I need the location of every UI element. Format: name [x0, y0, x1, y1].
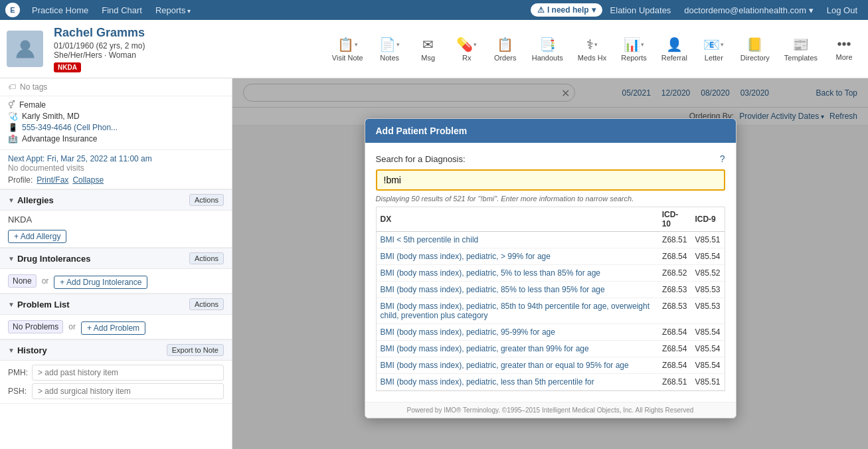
visit-note-label: Visit Note [332, 54, 363, 62]
table-row[interactable]: BMI < 5th percentile in child Z68.51 V85… [377, 232, 725, 248]
orders-label: Orders [494, 54, 517, 62]
referral-label: Referral [661, 54, 687, 62]
result-dx-7: BMI (body mass index), pediatric, greate… [377, 357, 658, 374]
toolbar-handouts[interactable]: 📑 Handouts [527, 34, 568, 64]
tag-icon: 🏷 [8, 82, 16, 92]
reports-arrow: ▾ [641, 41, 644, 48]
top-nav-right: ⚠ I need help ▾ Elation Updates doctorde… [531, 3, 863, 18]
drug-intolerances-content: None or + Add Drug Intolerance [0, 269, 232, 293]
print-fax-link[interactable]: Print/Fax [37, 175, 68, 185]
patient-name: Rachel Gramms [54, 26, 316, 40]
col-icd10: ICD-10 [658, 207, 691, 232]
result-dx-5: BMI (body mass index), pediatric, 95-99%… [377, 324, 658, 341]
modal-header: Add Patient Problem [365, 119, 736, 143]
sidebar-patient-details: ⚥ Female 🩺 Karly Smith, MD 📱 555-349-464… [0, 96, 232, 150]
drug-intolerances-title: ▼ Drug Intolerances [8, 254, 90, 264]
export-to-note-btn[interactable]: Export to Note [167, 344, 224, 356]
result-icd9-8: V85.51 [691, 374, 724, 391]
sidebar-tags: 🏷 No tags [0, 78, 232, 96]
toolbar-templates[interactable]: 📰 Templates [779, 34, 823, 64]
toolbar-referral[interactable]: 👤 Referral [656, 34, 693, 64]
table-row[interactable]: BMI (body mass index), pediatric, > 99% … [377, 248, 725, 265]
templates-icon: 📰 [792, 37, 809, 52]
allergies-chevron[interactable]: ▼ [8, 197, 15, 204]
patient-info: Rachel Gramms 01/01/1960 (62 yrs, 2 mo) … [54, 26, 316, 72]
pmh-input[interactable] [32, 365, 224, 381]
table-row[interactable]: BMI (body mass index), pediatric, 85th t… [377, 298, 725, 324]
drug-intolerances-actions-btn[interactable]: Actions [189, 252, 224, 264]
table-row[interactable]: BMI (body mass index), pediatric, greate… [377, 357, 725, 374]
sidebar-allergies: ▼ Allergies Actions NKDA + Add Allergy [0, 189, 232, 248]
content-area: ✕ 05/2021 12/2020 08/2020 03/2020 Back t… [232, 78, 868, 449]
toolbar-visit-note[interactable]: 📋 ▾ Visit Note [327, 34, 369, 64]
add-problem-btn[interactable]: + Add Problem [81, 321, 145, 335]
table-row[interactable]: BMI (body mass index), pediatric, 85% to… [377, 282, 725, 298]
problem-list-chevron[interactable]: ▼ [8, 301, 15, 308]
nav-practice-home[interactable]: Practice Home [27, 3, 94, 18]
detail-provider: Karly Smith, MD [22, 112, 80, 121]
nav-elation-updates[interactable]: Elation Updates [605, 3, 677, 18]
ineed-help-button[interactable]: ⚠ I need help ▾ [531, 3, 602, 17]
modal-footer: Powered by IMO® Terminology. ©1995–2015 … [365, 402, 736, 418]
msg-icon: ✉ [422, 37, 434, 52]
nav-user-email[interactable]: doctordemo@elationhealth.com ▾ [679, 3, 818, 18]
result-icd9-6: V85.54 [691, 341, 724, 357]
detail-phone[interactable]: 555-349-4646 (Cell Phon... [22, 123, 118, 132]
help-icon[interactable]: ? [720, 153, 725, 164]
toolbar-rx[interactable]: 💊 ▾ Rx [450, 34, 484, 64]
nav-reports[interactable]: Reports [150, 3, 196, 18]
toolbar-reports[interactable]: 📊 ▾ Reports [616, 34, 652, 64]
col-dx: DX [377, 207, 658, 232]
svg-point-0 [20, 40, 30, 50]
modal-title: Add Patient Problem [376, 126, 468, 136]
notes-icon: 📄 [379, 37, 396, 52]
psh-input[interactable] [32, 383, 224, 399]
result-icd10-6: Z68.54 [658, 341, 691, 357]
sidebar-problem-list: ▼ Problem List Actions No Problems or + … [0, 294, 232, 339]
toolbar-directory[interactable]: 📒 Directory [735, 34, 775, 64]
table-row[interactable]: BMI (body mass index), pediatric, less t… [377, 374, 725, 391]
add-drug-intolerance-btn[interactable]: + Add Drug Intolerance [54, 276, 147, 289]
result-icd9-5: V85.54 [691, 324, 724, 341]
orders-icon: 📋 [497, 37, 513, 52]
modal-overlay: Add Patient Problem Search for a Diagnos… [232, 78, 868, 449]
history-chevron[interactable]: ▼ [8, 347, 15, 354]
referral-icon: 👤 [666, 37, 683, 52]
toolbar-meds-hx[interactable]: ⚕ ▾ Meds Hx [572, 34, 612, 64]
toolbar-more[interactable]: ••• More [827, 34, 861, 64]
result-icd9-2: V85.52 [691, 265, 724, 282]
phone-icon: 📱 [8, 123, 18, 132]
profile-label: Profile: [8, 175, 33, 185]
directory-label: Directory [740, 54, 770, 62]
collapse-link[interactable]: Collapse [72, 175, 104, 185]
drug-intolerances-chevron[interactable]: ▼ [8, 255, 15, 262]
nav-find-chart[interactable]: Find Chart [96, 3, 147, 18]
diagnosis-search-input[interactable] [376, 169, 725, 191]
table-row[interactable]: BMI (body mass index), pediatric, 5% to … [377, 265, 725, 282]
templates-label: Templates [784, 54, 818, 62]
result-dx-6: BMI (body mass index), pediatric, greate… [377, 341, 658, 357]
toolbar-letter[interactable]: 📧 ▾ Letter [697, 34, 731, 64]
toolbar-msg[interactable]: ✉ Msg [411, 34, 446, 64]
handouts-icon: 📑 [539, 37, 556, 52]
next-appt-link[interactable]: Next Appt: Fri, Mar 25, 2022 at 11:00 am [8, 154, 224, 163]
none-label: None [8, 274, 37, 288]
toolbar-orders[interactable]: 📋 Orders [488, 34, 523, 64]
table-row[interactable]: BMI (body mass index), pediatric, greate… [377, 341, 725, 357]
meds-hx-label: Meds Hx [578, 54, 606, 62]
add-allergy-btn[interactable]: + Add Allergy [8, 230, 66, 243]
directory-icon: 📒 [746, 37, 763, 52]
toolbar-notes[interactable]: 📄 ▾ Notes [373, 34, 407, 64]
toolbar-icons: 📋 ▾ Visit Note 📄 ▾ Notes ✉ Msg 💊 ▾ Rx 📋 [327, 34, 861, 64]
table-row[interactable]: BMI (body mass index), pediatric, 95-99%… [377, 324, 725, 341]
allergies-actions-btn[interactable]: Actions [189, 194, 224, 206]
no-tags-label: No tags [20, 82, 47, 92]
allergies-content: NKDA + Add Allergy [0, 211, 232, 247]
allergies-header: ▼ Allergies Actions [0, 189, 232, 211]
nav-logout[interactable]: Log Out [822, 3, 863, 18]
result-dx-1: BMI (body mass index), pediatric, > 99% … [377, 248, 658, 265]
problem-list-actions-btn[interactable]: Actions [189, 298, 224, 310]
result-icd10-2: Z68.52 [658, 265, 691, 282]
col-icd9: ICD-9 [691, 207, 724, 232]
results-scroll[interactable]: DX ICD-10 ICD-9 BMI < 5th percentile in … [376, 207, 725, 391]
